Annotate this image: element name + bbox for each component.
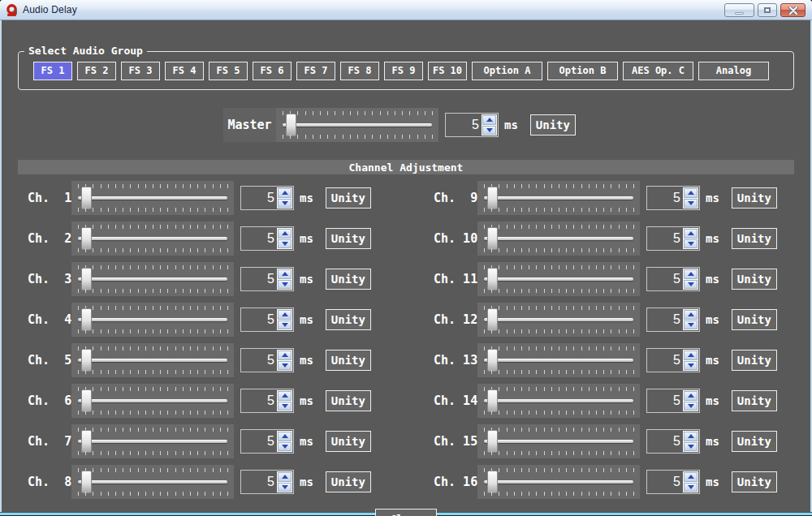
slider-thumb[interactable] xyxy=(487,308,498,331)
slider-track[interactable] xyxy=(78,359,227,362)
spin-down-button[interactable] xyxy=(278,402,292,411)
channel-delay-field[interactable]: 5 xyxy=(240,348,294,372)
delay-value[interactable]: 5 xyxy=(647,187,680,209)
slider-thumb[interactable] xyxy=(487,471,498,493)
spin-down-button[interactable] xyxy=(684,402,698,411)
spin-down-button[interactable] xyxy=(278,199,292,209)
audio-group-button[interactable]: FS 8 xyxy=(340,62,379,80)
delay-value[interactable]: 5 xyxy=(241,187,274,209)
restore-button[interactable] xyxy=(758,3,777,17)
channel-unity-button[interactable]: Unity xyxy=(326,269,371,290)
spin-down-button[interactable] xyxy=(684,320,698,330)
slider-track[interactable] xyxy=(78,318,227,321)
audio-group-button[interactable]: FS 4 xyxy=(165,62,204,80)
channel-delay-field[interactable]: 5 xyxy=(646,307,700,332)
master-delay-field[interactable]: 5 xyxy=(445,113,499,137)
master-slider[interactable] xyxy=(276,108,438,142)
channel-delay-slider[interactable] xyxy=(477,465,640,499)
slider-track[interactable] xyxy=(484,318,633,321)
slider-track[interactable] xyxy=(283,123,432,127)
slider-track[interactable] xyxy=(484,399,633,402)
spin-up-button[interactable] xyxy=(278,432,292,441)
delay-value[interactable]: 5 xyxy=(647,268,680,290)
slider-track[interactable] xyxy=(484,277,633,281)
spin-up-button[interactable] xyxy=(278,310,292,320)
slider-thumb[interactable] xyxy=(487,227,498,250)
spin-up-button[interactable] xyxy=(482,115,496,125)
channel-unity-button[interactable]: Unity xyxy=(732,390,777,411)
spin-down-button[interactable] xyxy=(278,239,292,249)
channel-delay-field[interactable]: 5 xyxy=(240,186,294,210)
spin-up-button[interactable] xyxy=(684,188,698,198)
channel-delay-slider[interactable] xyxy=(477,221,640,256)
spin-down-button[interactable] xyxy=(278,320,292,330)
spin-up-button[interactable] xyxy=(278,188,292,198)
channel-unity-button[interactable]: Unity xyxy=(326,431,371,452)
slider-thumb[interactable] xyxy=(81,471,92,493)
channel-delay-field[interactable]: 5 xyxy=(646,348,700,372)
close-button[interactable]: Close xyxy=(375,509,437,516)
slider-track[interactable] xyxy=(78,480,227,484)
spin-down-button[interactable] xyxy=(684,361,698,371)
audio-group-button[interactable]: FS 1 xyxy=(33,62,72,80)
delay-value[interactable]: 5 xyxy=(241,268,274,290)
delay-value[interactable]: 5 xyxy=(647,308,680,331)
channel-delay-slider[interactable] xyxy=(71,424,234,458)
slider-thumb[interactable] xyxy=(81,268,92,290)
channel-unity-button[interactable]: Unity xyxy=(732,471,777,492)
channel-delay-slider[interactable] xyxy=(477,262,640,296)
channel-delay-field[interactable]: 5 xyxy=(646,470,700,494)
delay-value[interactable]: 5 xyxy=(241,430,274,453)
delay-value[interactable]: 5 xyxy=(241,308,274,331)
minimize-button[interactable] xyxy=(724,3,754,17)
channel-unity-button[interactable]: Unity xyxy=(732,228,777,249)
master-delay-value[interactable]: 5 xyxy=(446,114,479,136)
channel-unity-button[interactable]: Unity xyxy=(326,471,371,492)
spin-down-button[interactable] xyxy=(278,442,292,452)
slider-thumb[interactable] xyxy=(81,430,92,453)
audio-group-button[interactable]: FS 5 xyxy=(209,62,248,80)
channel-delay-field[interactable]: 5 xyxy=(240,226,294,251)
channel-delay-slider[interactable] xyxy=(71,465,234,499)
slider-track[interactable] xyxy=(484,359,633,362)
slider-track[interactable] xyxy=(484,196,633,200)
channel-delay-slider[interactable] xyxy=(477,303,640,337)
master-slider-thumb[interactable] xyxy=(286,114,296,136)
channel-delay-slider[interactable] xyxy=(71,181,234,215)
channel-unity-button[interactable]: Unity xyxy=(732,309,777,330)
spin-up-button[interactable] xyxy=(684,269,698,279)
spin-down-button[interactable] xyxy=(482,126,496,135)
channel-unity-button[interactable]: Unity xyxy=(732,187,777,209)
audio-group-button[interactable]: Analog xyxy=(698,62,769,80)
channel-delay-field[interactable]: 5 xyxy=(240,267,294,291)
spin-down-button[interactable] xyxy=(684,239,698,249)
delay-value[interactable]: 5 xyxy=(647,389,680,412)
master-unity-button[interactable]: Unity xyxy=(530,114,576,135)
titlebar[interactable]: Audio Delay xyxy=(0,0,812,20)
channel-delay-slider[interactable] xyxy=(477,424,640,458)
audio-group-button[interactable]: FS 6 xyxy=(253,62,292,80)
channel-delay-slider[interactable] xyxy=(477,343,640,377)
channel-delay-slider[interactable] xyxy=(71,303,234,337)
spin-down-button[interactable] xyxy=(278,361,292,371)
spin-up-button[interactable] xyxy=(684,432,698,441)
audio-group-button[interactable]: Option B xyxy=(547,62,618,80)
channel-delay-field[interactable]: 5 xyxy=(240,307,294,332)
delay-value[interactable]: 5 xyxy=(647,471,680,493)
spin-up-button[interactable] xyxy=(684,310,698,320)
spin-down-button[interactable] xyxy=(684,483,698,492)
slider-track[interactable] xyxy=(484,237,633,240)
channel-unity-button[interactable]: Unity xyxy=(326,350,371,371)
slider-thumb[interactable] xyxy=(81,349,92,372)
slider-thumb[interactable] xyxy=(487,187,498,209)
channel-delay-field[interactable]: 5 xyxy=(240,429,294,454)
spin-up-button[interactable] xyxy=(684,472,698,482)
spin-up-button[interactable] xyxy=(278,269,292,279)
channel-delay-slider[interactable] xyxy=(71,221,234,256)
spin-down-button[interactable] xyxy=(278,483,292,492)
close-window-button[interactable] xyxy=(780,3,806,17)
spin-up-button[interactable] xyxy=(278,472,292,482)
channel-delay-field[interactable]: 5 xyxy=(646,226,700,251)
channel-delay-field[interactable]: 5 xyxy=(240,389,294,413)
channel-delay-field[interactable]: 5 xyxy=(646,267,700,291)
